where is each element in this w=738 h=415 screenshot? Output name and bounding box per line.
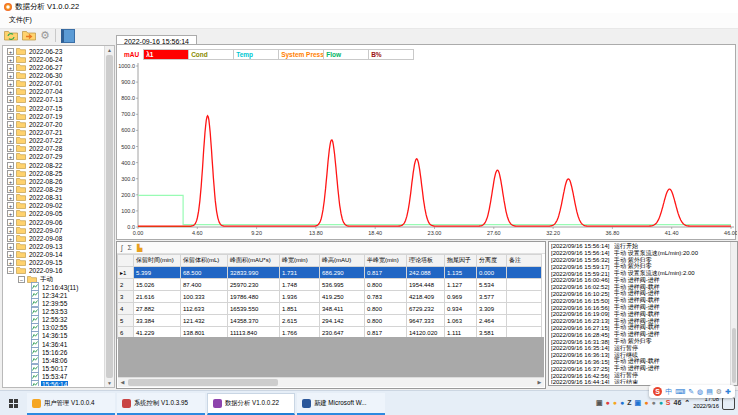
tray-icon[interactable]: ▣: [635, 399, 642, 407]
menu-file[interactable]: 文件(F): [6, 16, 35, 23]
expand-icon[interactable]: +: [7, 259, 14, 266]
tree-item-date[interactable]: −2022-09-16: [4, 267, 104, 275]
tray-icon[interactable]: ▣: [596, 399, 603, 407]
column-header[interactable]: 备注: [507, 255, 542, 267]
row-header[interactable]: 5: [118, 315, 134, 327]
tree-item-run[interactable]: 14:36:15: [4, 332, 104, 340]
tray-icon[interactable]: ●: [613, 399, 617, 407]
expand-icon[interactable]: +: [7, 64, 14, 71]
table-row[interactable]: 533.384121.43214358.3702.615294.1420.800…: [118, 315, 542, 327]
tree-item-run[interactable]: 12:39:55: [4, 299, 104, 307]
table-row[interactable]: 427.882112.63316539.5501.851348.4110.800…: [118, 303, 542, 315]
ime-logo-icon[interactable]: S: [653, 387, 662, 396]
expand-icon[interactable]: +: [7, 251, 14, 258]
tree-item-run[interactable]: 12:16:43(11): [4, 283, 104, 291]
tray-icon[interactable]: ⌃: [684, 399, 690, 407]
notification-center-icon[interactable]: [722, 397, 735, 410]
tray-icon[interactable]: 46: [674, 399, 682, 407]
integrate-icon[interactable]: ʃ: [121, 243, 123, 253]
refresh-folders-icon[interactable]: [4, 27, 18, 45]
ime-icon[interactable]: 中: [665, 387, 672, 396]
expand-icon[interactable]: +: [7, 194, 14, 201]
column-header[interactable]: 半峰宽(min): [365, 255, 407, 267]
tree-item-run[interactable]: 15:56:14: [4, 381, 104, 386]
legend-item-Flow[interactable]: Flow: [324, 50, 369, 59]
expand-icon[interactable]: +: [7, 243, 14, 250]
taskbar-app[interactable]: 系统控制 V1.0.3.95: [117, 393, 205, 415]
legend-item-1[interactable]: λ1: [144, 50, 189, 59]
log-scrollbar[interactable]: [730, 242, 737, 385]
expand-icon[interactable]: +: [7, 227, 14, 234]
column-header[interactable]: 理论塔板: [407, 255, 445, 267]
settings-gear-icon[interactable]: ⚙: [40, 30, 50, 41]
expand-icon[interactable]: +: [7, 186, 14, 193]
column-header[interactable]: 峰高(mAU): [320, 255, 365, 267]
legend-item-Temp[interactable]: Temp: [234, 50, 279, 59]
chart-icon[interactable]: ▙: [137, 243, 142, 253]
column-header[interactable]: 保留时间(min): [134, 255, 181, 267]
tree-item-manual-folder[interactable]: −手动: [4, 275, 104, 283]
expand-icon[interactable]: +: [7, 137, 14, 144]
expand-icon[interactable]: +: [7, 202, 14, 209]
tray-icon[interactable]: ●: [659, 399, 663, 407]
ime-icon[interactable]: ◍: [697, 387, 703, 396]
collapse-icon[interactable]: −: [7, 267, 14, 274]
ime-icon[interactable]: ✚: [725, 387, 731, 396]
tree-item-run[interactable]: 15:50:17: [4, 364, 104, 372]
tree-item-run[interactable]: 12:55:32: [4, 316, 104, 324]
tree-item-run[interactable]: 13:02:55: [4, 324, 104, 332]
expand-icon[interactable]: +: [7, 219, 14, 226]
expand-icon[interactable]: +: [7, 48, 14, 55]
column-header[interactable]: 拖尾因子: [445, 255, 477, 267]
row-header[interactable]: 4: [118, 303, 134, 315]
report-icon[interactable]: [61, 29, 75, 43]
expand-icon[interactable]: +: [7, 80, 14, 87]
column-header[interactable]: 分离度: [477, 255, 507, 267]
ime-icon[interactable]: ▤: [706, 387, 713, 396]
log-scrollbar-thumb[interactable]: [732, 328, 736, 383]
legend-item-Cond[interactable]: Cond: [189, 50, 234, 59]
row-header[interactable]: ▸1: [118, 267, 134, 279]
expand-icon[interactable]: +: [7, 145, 14, 152]
tree-item-run[interactable]: 15:16:26: [4, 348, 104, 356]
scroll-right-icon[interactable]: ▶: [535, 378, 544, 387]
expand-icon[interactable]: +: [7, 56, 14, 63]
expand-icon[interactable]: +: [7, 72, 14, 79]
expand-icon[interactable]: +: [7, 210, 14, 217]
export-folder-icon[interactable]: [22, 27, 36, 45]
tray-icon[interactable]: Z: [627, 399, 631, 407]
tree-scrollbar-thumb[interactable]: [106, 55, 113, 378]
taskbar-app[interactable]: 用户管理 V1.0.0.4: [27, 393, 115, 415]
scroll-down-icon[interactable]: ▼: [105, 379, 114, 387]
tree-item-run[interactable]: 15:48:06: [4, 356, 104, 364]
column-header[interactable]: 峰面积(mAU*s): [228, 255, 280, 267]
table-row[interactable]: 215.02687.40025970.2301.748536.9950.8001…: [118, 279, 542, 291]
scroll-up-icon[interactable]: ▲: [105, 46, 114, 54]
expand-icon[interactable]: +: [7, 121, 14, 128]
expand-icon[interactable]: +: [7, 153, 14, 160]
expand-icon[interactable]: +: [7, 88, 14, 95]
ime-icon[interactable]: ✎: [688, 387, 694, 396]
expand-icon[interactable]: +: [7, 129, 14, 136]
expand-icon[interactable]: +: [7, 96, 14, 103]
legend-item-SystemPress[interactable]: System Press: [279, 50, 324, 59]
start-button[interactable]: [0, 391, 26, 415]
expand-icon[interactable]: +: [7, 170, 14, 177]
table-hscrollbar[interactable]: ◀ ▶: [118, 377, 544, 387]
tree-item-run[interactable]: 15:53:47: [4, 373, 104, 381]
table-hscrollbar-thumb[interactable]: [128, 379, 278, 386]
legend-item-B%[interactable]: B%: [369, 50, 413, 59]
ime-icon[interactable]: ⚙: [716, 387, 722, 396]
column-header[interactable]: 峰宽(min): [280, 255, 320, 267]
tray-icon[interactable]: ●: [651, 399, 655, 407]
table-row[interactable]: ▸15.39968.50032833.9901.731686.2900.8172…: [118, 267, 542, 279]
taskbar-app[interactable]: 数据分析 V1.0.0.22: [207, 393, 295, 415]
table-row[interactable]: 321.616100.33319786.4801.936419.2500.783…: [118, 291, 542, 303]
expand-icon[interactable]: +: [7, 162, 14, 169]
scroll-left-icon[interactable]: ◀: [118, 378, 127, 387]
ime-icon[interactable]: ⌨: [675, 387, 685, 396]
expand-icon[interactable]: +: [7, 113, 14, 120]
expand-icon[interactable]: +: [7, 178, 14, 185]
tree-item-run[interactable]: 12:53:53: [4, 308, 104, 316]
row-header[interactable]: 2: [118, 279, 134, 291]
